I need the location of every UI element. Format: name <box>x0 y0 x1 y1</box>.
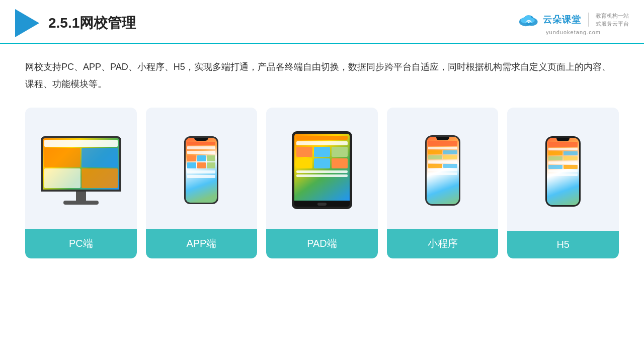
pc-card: PC端 <box>25 108 137 258</box>
phone-screen <box>186 138 217 203</box>
cloud-icon <box>518 12 540 27</box>
tablet-screen <box>294 134 350 201</box>
h5-phone <box>545 136 581 207</box>
brand-name: 云朵课堂 <box>543 14 581 26</box>
app-image-area <box>146 108 258 229</box>
brand-slogan: 教育机构一站 式服务云平台 <box>596 12 629 28</box>
miniprogram-card: 小程序 <box>387 108 499 258</box>
app-label: APP端 <box>146 229 258 258</box>
pad-image-area <box>266 108 378 229</box>
page-title-cn: 网校管理 <box>79 15 136 31</box>
miniprogram-image-area <box>387 108 499 229</box>
h5-phone-notch <box>556 138 570 141</box>
brand-logo: 云朵课堂 教育机构一站 式服务云平台 yunduoketang.com <box>518 12 629 35</box>
header-left: 2.5.1网校管理 <box>15 9 136 37</box>
mini-phone-notch <box>436 137 449 140</box>
mini-phone-screen <box>427 137 459 204</box>
pad-label: PAD端 <box>266 229 378 258</box>
description: 网校支持PC、APP、PAD、小程序、H5，实现多端打通，产品各终端自由切换，数… <box>0 44 644 98</box>
brand-cloud: 云朵课堂 教育机构一站 式服务云平台 <box>518 12 629 28</box>
h5-image-area <box>507 108 619 231</box>
pc-image-area <box>25 108 137 229</box>
monitor-body <box>41 136 121 192</box>
pad-tablet <box>292 131 352 209</box>
h5-card: H5 <box>507 108 619 258</box>
phone-notch <box>194 138 208 141</box>
tablet-home-btn <box>317 203 327 206</box>
brand-slogan-line1: 教育机构一站 <box>596 12 629 20</box>
h5-label: H5 <box>507 231 619 258</box>
description-text: 网校支持PC、APP、PAD、小程序、H5，实现多端打通，产品各终端自由切换，数… <box>25 58 619 93</box>
brand-slogan-line2: 式服务云平台 <box>596 20 629 28</box>
pc-label: PC端 <box>25 229 137 258</box>
svg-point-6 <box>528 22 530 23</box>
h5-phone-screen <box>547 138 579 205</box>
app-phone <box>184 136 218 204</box>
brand-divider <box>588 13 589 27</box>
monitor-screen <box>43 138 119 190</box>
brand-url: yunduoketang.com <box>546 29 601 35</box>
mini-phone <box>425 135 460 206</box>
pc-monitor <box>41 136 121 205</box>
header: 2.5.1网校管理 云朵课堂 教育机构一站 式服务云平台 <box>0 0 644 44</box>
monitor-stand-neck <box>76 192 86 201</box>
pad-card: PAD端 <box>266 108 378 258</box>
page-title-number: 2.5.1 <box>48 15 79 31</box>
miniprogram-label: 小程序 <box>387 229 499 258</box>
app-card: APP端 <box>146 108 258 258</box>
cards-container: PC端 <box>0 98 644 274</box>
page-title: 2.5.1网校管理 <box>48 14 136 33</box>
logo-triangle-icon <box>15 9 39 37</box>
monitor-stand-base <box>63 201 99 205</box>
